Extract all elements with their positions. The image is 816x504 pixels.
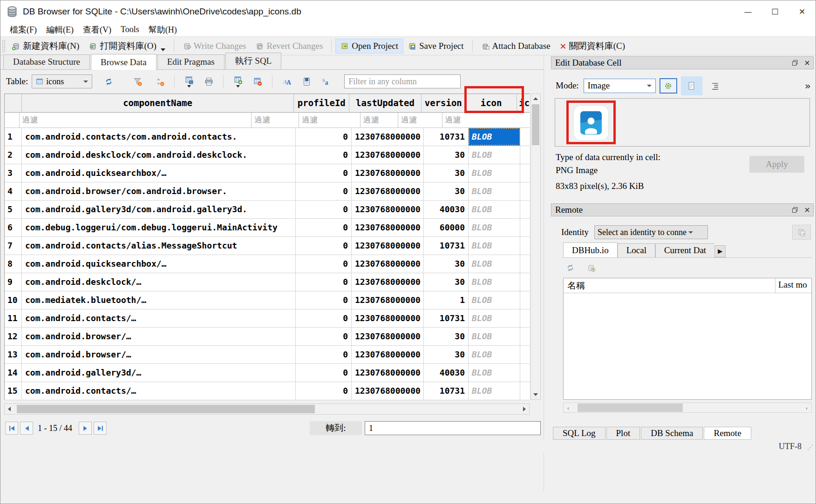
tab-current-database[interactable]: Current Dat bbox=[655, 243, 714, 257]
menu-help[interactable]: 幫助(H) bbox=[144, 23, 182, 36]
upload-database-icon[interactable] bbox=[587, 263, 596, 272]
table-row[interactable]: 13 com.android.browser/… 0 1230768000000… bbox=[5, 346, 530, 364]
remote-refresh-icon[interactable] bbox=[566, 263, 575, 272]
filter-input-componentname[interactable] bbox=[20, 113, 252, 128]
row-number[interactable]: 12 bbox=[5, 328, 22, 345]
cell-extra[interactable] bbox=[520, 328, 530, 345]
print-button[interactable] bbox=[200, 74, 218, 89]
table-row[interactable]: 8 com.android.quicksearchbox/… 0 1230768… bbox=[5, 255, 530, 273]
cell-profileid[interactable]: 0 bbox=[296, 128, 352, 146]
overflow-chevron-icon[interactable]: » bbox=[805, 80, 811, 92]
cell-icon[interactable]: BLOB bbox=[469, 164, 520, 182]
cell-version[interactable]: 40030 bbox=[424, 201, 469, 218]
menu-edit[interactable]: 編輯(E) bbox=[41, 23, 78, 36]
row-number[interactable]: 6 bbox=[5, 219, 22, 236]
cell-version[interactable]: 60000 bbox=[424, 219, 469, 236]
cell-icon[interactable]: BLOB bbox=[469, 364, 520, 382]
cell-version[interactable]: 30 bbox=[424, 182, 469, 200]
mode-select[interactable]: Image bbox=[584, 79, 656, 93]
cell-icon[interactable]: BLOB bbox=[469, 346, 520, 363]
cell-icon[interactable]: BLOB bbox=[469, 382, 520, 400]
cell-componentname[interactable]: com.debug.loggerui/com.debug.loggerui.Ma… bbox=[22, 219, 296, 236]
table-row[interactable]: 4 com.android.browser/com.android.browse… bbox=[5, 182, 530, 201]
cell-extra[interactable] bbox=[520, 219, 530, 236]
header-extra[interactable]: ic bbox=[517, 94, 530, 112]
row-number[interactable]: 4 bbox=[5, 182, 22, 200]
row-number[interactable]: 11 bbox=[5, 309, 22, 327]
row-number[interactable]: 14 bbox=[5, 364, 22, 382]
cell-icon[interactable]: BLOB bbox=[469, 237, 520, 255]
cell-profileid[interactable]: 0 bbox=[296, 237, 352, 255]
table-row[interactable]: 14 com.android.gallery3d/… 0 12307680000… bbox=[5, 364, 530, 382]
minimize-button[interactable]: — bbox=[734, 0, 762, 23]
header-icon[interactable]: icon bbox=[466, 94, 517, 112]
cell-lastupdated[interactable]: 1230768000000 bbox=[352, 182, 424, 200]
cell-icon[interactable]: BLOB bbox=[469, 291, 520, 309]
cell-extra[interactable] bbox=[520, 201, 530, 218]
resize-grip-icon[interactable]: ⋰ bbox=[807, 444, 814, 451]
cell-profileid[interactable]: 0 bbox=[296, 201, 352, 218]
cell-profileid[interactable]: 0 bbox=[296, 273, 352, 291]
previous-page-button[interactable] bbox=[20, 422, 33, 435]
cell-version[interactable]: 30 bbox=[424, 255, 469, 273]
scroll-left-button[interactable] bbox=[5, 404, 14, 414]
float-panel-icon[interactable] bbox=[789, 205, 801, 215]
encoding-button[interactable] bbox=[298, 74, 315, 89]
cell-lastupdated[interactable]: 1230768000000 bbox=[352, 201, 424, 218]
dock-splitter[interactable] bbox=[544, 55, 549, 491]
cell-componentname[interactable]: com.android.browser/com.android.browser. bbox=[22, 182, 296, 200]
table-row[interactable]: 12 com.android.browser/… 0 1230768000000… bbox=[5, 328, 530, 346]
table-row[interactable]: 9 com.android.deskclock/… 0 123076800000… bbox=[5, 273, 530, 291]
scroll-left-button[interactable]: ‹ bbox=[564, 403, 573, 412]
last-page-button[interactable] bbox=[94, 422, 107, 435]
cell-lastupdated[interactable]: 1230768000000 bbox=[352, 328, 424, 345]
dock-tab-plot[interactable]: Plot bbox=[606, 427, 640, 440]
revert-changes-button[interactable]: Revert Changes bbox=[251, 39, 327, 53]
cell-version[interactable]: 40030 bbox=[424, 364, 469, 382]
header-profileid[interactable]: profileId bbox=[294, 94, 349, 112]
cell-profileid[interactable]: 0 bbox=[296, 219, 352, 236]
filter-input-version[interactable] bbox=[360, 113, 398, 128]
save-records-button[interactable] bbox=[180, 74, 198, 89]
cell-extra[interactable] bbox=[520, 164, 530, 182]
remote-list-name-header[interactable]: 名稱 bbox=[564, 278, 775, 293]
open-database-dropdown-arrow[interactable] bbox=[161, 48, 165, 51]
row-number[interactable]: 10 bbox=[5, 291, 22, 309]
save-project-button[interactable]: Save Project bbox=[403, 39, 469, 53]
apply-button[interactable]: Apply bbox=[749, 156, 804, 173]
cell-componentname[interactable]: com.android.browser/… bbox=[22, 328, 296, 345]
insert-record-dropdown-arrow[interactable] bbox=[236, 85, 240, 87]
horizontal-scroll-thumb[interactable] bbox=[17, 405, 315, 413]
cell-componentname[interactable]: com.android.contacts/alias.MessageShortc… bbox=[22, 237, 296, 255]
cell-componentname[interactable]: com.android.gallery3d/com.android.galler… bbox=[22, 201, 296, 218]
cell-extra[interactable] bbox=[520, 146, 530, 164]
filter-input-lastupdated[interactable] bbox=[299, 113, 360, 128]
cell-version[interactable]: 30 bbox=[424, 328, 469, 345]
cell-version[interactable]: 10731 bbox=[424, 237, 469, 255]
table-row[interactable]: 2 com.android.deskclock/com.android.desk… bbox=[5, 146, 530, 164]
remote-list-modified-header[interactable]: Last mo bbox=[775, 278, 811, 293]
cell-lastupdated[interactable]: 1230768000000 bbox=[352, 346, 424, 363]
row-number[interactable]: 2 bbox=[5, 146, 22, 164]
new-database-button[interactable]: 新建資料庫(N) bbox=[7, 38, 84, 54]
cell-lastupdated[interactable]: 1230768000000 bbox=[352, 273, 424, 291]
cell-extra[interactable] bbox=[520, 128, 530, 146]
save-records-dropdown-arrow[interactable] bbox=[187, 85, 191, 87]
cell-profileid[interactable]: 0 bbox=[296, 382, 352, 400]
cell-version[interactable]: 10731 bbox=[424, 382, 469, 400]
row-number[interactable]: 13 bbox=[5, 346, 22, 363]
menu-tools[interactable]: Tools bbox=[116, 24, 144, 35]
cell-componentname[interactable]: com.android.contacts/com.android.contact… bbox=[22, 128, 296, 146]
cell-icon[interactable]: BLOB bbox=[469, 328, 520, 345]
close-database-button[interactable]: ✕ 關閉資料庫(C) bbox=[555, 38, 630, 54]
cell-lastupdated[interactable]: 1230768000000 bbox=[352, 291, 424, 309]
cell-version[interactable]: 30 bbox=[424, 146, 469, 164]
cell-profileid[interactable]: 0 bbox=[296, 328, 352, 345]
cell-icon[interactable]: BLOB bbox=[469, 273, 520, 291]
cell-lastupdated[interactable]: 1230768000000 bbox=[352, 128, 424, 146]
cell-profileid[interactable]: 0 bbox=[296, 364, 352, 382]
clone-database-button[interactable] bbox=[792, 225, 811, 240]
table-row[interactable]: 5 com.android.gallery3d/com.android.gall… bbox=[5, 201, 530, 219]
menu-file[interactable]: 檔案(F) bbox=[5, 23, 41, 36]
filter-input-extra[interactable] bbox=[442, 113, 530, 128]
